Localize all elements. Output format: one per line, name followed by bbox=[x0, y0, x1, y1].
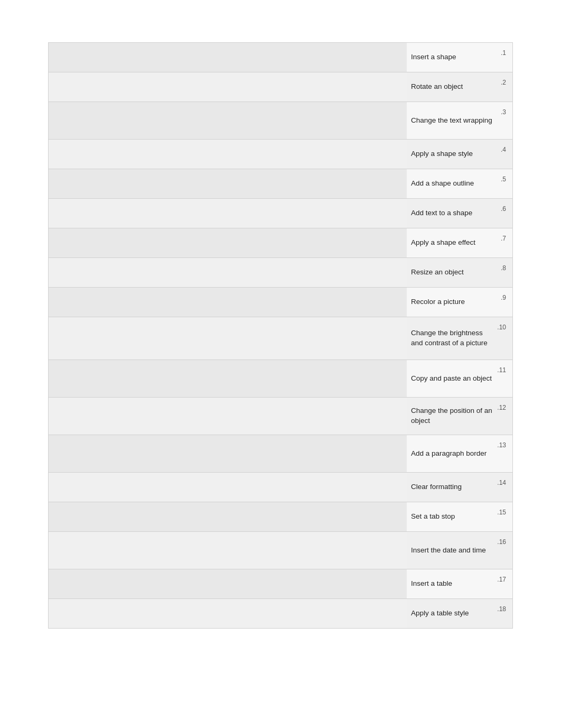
left-cell-7 bbox=[49, 228, 407, 257]
right-cell-16: Insert the date and time.16 bbox=[407, 532, 512, 569]
item-text-16: Insert the date and time bbox=[411, 546, 495, 556]
right-cell-13: Add a paragraph border.13 bbox=[407, 435, 512, 472]
right-cell-3: Change the text wrapping.3 bbox=[407, 102, 512, 139]
left-cell-18 bbox=[49, 599, 407, 628]
right-cell-14: Clear formatting.14 bbox=[407, 473, 512, 502]
item-text-7: Apply a shape effect bbox=[411, 238, 499, 248]
item-text-2: Rotate an object bbox=[411, 82, 499, 92]
left-cell-6 bbox=[49, 199, 407, 228]
left-cell-14 bbox=[49, 473, 407, 502]
item-number-11: .11 bbox=[497, 365, 506, 375]
table-row: Change the brightness and contrast of a … bbox=[49, 317, 512, 360]
right-cell-12: Change the position of an object.12 bbox=[407, 398, 512, 435]
item-number-15: .15 bbox=[497, 508, 506, 517]
item-number-6: .6 bbox=[501, 204, 506, 214]
right-cell-11: Copy and paste an object.11 bbox=[407, 360, 512, 397]
right-cell-5: Add a shape outline.5 bbox=[407, 169, 512, 198]
item-text-17: Insert a table bbox=[411, 579, 495, 589]
left-cell-8 bbox=[49, 258, 407, 287]
left-cell-1 bbox=[49, 43, 407, 72]
table-row: Add a paragraph border.13 bbox=[49, 435, 512, 473]
right-cell-8: Resize an object.8 bbox=[407, 258, 512, 287]
right-cell-9: Recolor a picture.9 bbox=[407, 288, 512, 317]
item-number-14: .14 bbox=[497, 478, 506, 487]
right-cell-4: Apply a shape style.4 bbox=[407, 140, 512, 169]
table-row: Resize an object.8 bbox=[49, 258, 512, 288]
table-row: Rotate an object.2 bbox=[49, 72, 512, 102]
right-cell-18: Apply a table style.18 bbox=[407, 599, 512, 628]
table-row: Set a tab stop.15 bbox=[49, 502, 512, 532]
page-container: Insert a shape.1Rotate an object.2Change… bbox=[0, 0, 561, 671]
item-text-14: Clear formatting bbox=[411, 482, 495, 492]
table-row: Apply a shape effect.7 bbox=[49, 228, 512, 258]
item-text-13: Add a paragraph border bbox=[411, 449, 495, 459]
right-cell-10: Change the brightness and contrast of a … bbox=[407, 317, 512, 360]
left-cell-4 bbox=[49, 140, 407, 169]
item-number-5: .5 bbox=[501, 174, 506, 184]
table-row: Insert the date and time.16 bbox=[49, 532, 512, 569]
item-text-15: Set a tab stop bbox=[411, 512, 495, 522]
item-number-17: .17 bbox=[497, 575, 506, 584]
table-row: Apply a table style.18 bbox=[49, 599, 512, 628]
right-cell-6: Add text to a shape.6 bbox=[407, 199, 512, 228]
item-text-4: Apply a shape style bbox=[411, 149, 499, 159]
item-number-8: .8 bbox=[501, 263, 506, 273]
left-cell-3 bbox=[49, 102, 407, 139]
item-number-12: .12 bbox=[497, 403, 506, 412]
item-number-16: .16 bbox=[497, 537, 506, 547]
item-text-6: Add text to a shape bbox=[411, 208, 499, 218]
right-cell-1: Insert a shape.1 bbox=[407, 43, 512, 72]
left-cell-9 bbox=[49, 288, 407, 317]
table-wrapper: Insert a shape.1Rotate an object.2Change… bbox=[48, 42, 513, 629]
item-number-13: .13 bbox=[497, 440, 506, 450]
item-text-11: Copy and paste an object bbox=[411, 374, 495, 384]
left-cell-5 bbox=[49, 169, 407, 198]
right-cell-17: Insert a table.17 bbox=[407, 569, 512, 598]
item-number-2: .2 bbox=[501, 78, 506, 87]
table-row: Insert a shape.1 bbox=[49, 43, 512, 72]
left-cell-12 bbox=[49, 398, 407, 435]
item-number-1: .1 bbox=[501, 48, 506, 58]
table-row: Change the position of an object.12 bbox=[49, 398, 512, 435]
right-cell-2: Rotate an object.2 bbox=[407, 72, 512, 102]
left-cell-17 bbox=[49, 569, 407, 598]
item-number-7: .7 bbox=[501, 234, 506, 243]
left-cell-10 bbox=[49, 317, 407, 360]
left-cell-11 bbox=[49, 360, 407, 397]
table-row: Insert a table.17 bbox=[49, 569, 512, 599]
table-row: Add text to a shape.6 bbox=[49, 199, 512, 228]
item-text-5: Add a shape outline bbox=[411, 179, 499, 189]
left-cell-2 bbox=[49, 72, 407, 102]
item-number-18: .18 bbox=[497, 604, 506, 614]
table-row: Clear formatting.14 bbox=[49, 473, 512, 502]
left-cell-13 bbox=[49, 435, 407, 472]
table-row: Change the text wrapping.3 bbox=[49, 102, 512, 140]
item-number-4: .4 bbox=[501, 145, 506, 154]
table-row: Recolor a picture.9 bbox=[49, 288, 512, 317]
right-cell-7: Apply a shape effect.7 bbox=[407, 228, 512, 257]
item-text-9: Recolor a picture bbox=[411, 297, 499, 307]
item-number-3: .3 bbox=[501, 107, 506, 117]
table-row: Add a shape outline.5 bbox=[49, 169, 512, 199]
table-row: Copy and paste an object.11 bbox=[49, 360, 512, 398]
left-cell-15 bbox=[49, 502, 407, 531]
table-row: Apply a shape style.4 bbox=[49, 140, 512, 169]
left-cell-16 bbox=[49, 532, 407, 569]
item-text-3: Change the text wrapping bbox=[411, 116, 499, 126]
item-text-1: Insert a shape bbox=[411, 52, 499, 62]
item-text-8: Resize an object bbox=[411, 268, 499, 278]
item-number-9: .9 bbox=[501, 293, 506, 302]
item-number-10: .10 bbox=[497, 322, 506, 332]
right-cell-15: Set a tab stop.15 bbox=[407, 502, 512, 531]
item-text-18: Apply a table style bbox=[411, 609, 495, 619]
item-text-12: Change the position of an object bbox=[411, 406, 495, 426]
item-text-10: Change the brightness and contrast of a … bbox=[411, 328, 495, 348]
